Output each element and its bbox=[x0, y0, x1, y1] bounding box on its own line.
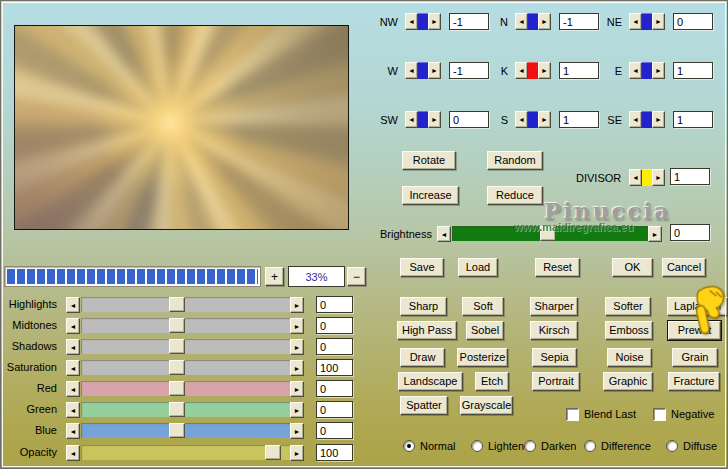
brightness-thumb[interactable] bbox=[540, 226, 556, 241]
spin-left-button[interactable]: ◄ bbox=[629, 111, 642, 128]
spin-bar[interactable] bbox=[528, 62, 538, 79]
filter-spatter-button[interactable]: Spatter bbox=[400, 396, 448, 415]
slider-value-input[interactable]: 0 bbox=[316, 296, 353, 313]
filter-noise-button[interactable]: Noise bbox=[607, 348, 652, 367]
spin-bar[interactable] bbox=[418, 62, 428, 79]
negative-checkbox[interactable] bbox=[653, 408, 666, 421]
brightness-track[interactable] bbox=[452, 226, 648, 241]
slider-right-arrow[interactable]: ► bbox=[290, 381, 304, 397]
rotate-button[interactable]: Rotate bbox=[402, 151, 456, 170]
radio-icon[interactable] bbox=[403, 440, 415, 452]
slider-right-arrow[interactable]: ► bbox=[290, 423, 304, 439]
brightness-right-arrow[interactable]: ► bbox=[648, 226, 662, 242]
slider-right-arrow[interactable]: ► bbox=[290, 360, 304, 376]
filter-grayscale-button[interactable]: Grayscale bbox=[460, 396, 513, 415]
slider-left-arrow[interactable]: ◄ bbox=[66, 339, 80, 355]
slider-right-arrow[interactable]: ► bbox=[290, 445, 304, 461]
slider-value-input[interactable]: 100 bbox=[316, 444, 353, 461]
mode-difference[interactable]: Difference bbox=[584, 439, 651, 453]
slider-thumb[interactable] bbox=[265, 445, 281, 460]
slider-left-arrow[interactable]: ◄ bbox=[66, 381, 80, 397]
slider-value-input[interactable]: 100 bbox=[316, 359, 353, 376]
brightness-value-input[interactable]: 0 bbox=[670, 224, 710, 241]
spin-bar[interactable] bbox=[418, 111, 428, 128]
slider-right-arrow[interactable]: ► bbox=[290, 402, 304, 418]
filter-sharp-button[interactable]: Sharp bbox=[400, 297, 447, 316]
slider-thumb[interactable] bbox=[169, 339, 185, 354]
slider-left-arrow[interactable]: ◄ bbox=[66, 318, 80, 334]
slider-left-arrow[interactable]: ◄ bbox=[66, 360, 80, 376]
slider-value-input[interactable]: 0 bbox=[316, 422, 353, 439]
brightness-left-arrow[interactable]: ◄ bbox=[437, 226, 451, 242]
spin-left-button[interactable]: ◄ bbox=[405, 111, 418, 128]
mode-diffuse[interactable]: Diffuse bbox=[666, 439, 717, 453]
slider-track[interactable] bbox=[81, 318, 290, 333]
divisor-value-input[interactable]: 1 bbox=[670, 168, 710, 185]
filter-graphic-button[interactable]: Graphic bbox=[603, 372, 653, 391]
kernel-value-input-se[interactable]: 1 bbox=[673, 111, 713, 128]
slider-track[interactable] bbox=[81, 445, 290, 460]
spin-bar[interactable] bbox=[642, 62, 652, 79]
filter-high-pass-button[interactable]: High Pass bbox=[397, 321, 457, 340]
spin-right-button[interactable]: ► bbox=[538, 62, 551, 79]
cancel-button[interactable]: Cancel bbox=[662, 258, 706, 277]
spin-right-button[interactable]: ► bbox=[538, 13, 551, 30]
spin-bar[interactable] bbox=[418, 13, 428, 30]
filter-softer-button[interactable]: Softer bbox=[605, 297, 651, 316]
slider-left-arrow[interactable]: ◄ bbox=[66, 297, 80, 313]
filter-portrait-button[interactable]: Portrait bbox=[532, 372, 580, 391]
slider-track[interactable] bbox=[81, 402, 290, 417]
slider-track[interactable] bbox=[81, 360, 290, 375]
spin-left-button[interactable]: ◄ bbox=[629, 169, 642, 186]
zoom-in-button[interactable]: + bbox=[265, 267, 284, 286]
slider-thumb[interactable] bbox=[169, 381, 185, 396]
radio-icon[interactable] bbox=[524, 440, 536, 452]
slider-left-arrow[interactable]: ◄ bbox=[66, 423, 80, 439]
blend-last-checkbox[interactable] bbox=[566, 408, 579, 421]
spin-right-button[interactable]: ► bbox=[652, 13, 665, 30]
filter-laplacian-button[interactable]: Laplacian bbox=[667, 297, 728, 316]
slider-right-arrow[interactable]: ► bbox=[290, 318, 304, 334]
filter-posterize-button[interactable]: Posterize bbox=[457, 348, 508, 367]
slider-track[interactable] bbox=[81, 297, 290, 312]
spin-left-button[interactable]: ◄ bbox=[515, 111, 528, 128]
slider-right-arrow[interactable]: ► bbox=[290, 297, 304, 313]
filter-kirsch-button[interactable]: Kirsch bbox=[530, 321, 578, 340]
filter-soft-button[interactable]: Soft bbox=[462, 297, 504, 316]
zoom-out-button[interactable]: − bbox=[347, 267, 366, 286]
ok-button[interactable]: OK bbox=[612, 258, 653, 277]
reduce-button[interactable]: Reduce bbox=[487, 186, 543, 205]
spin-right-button[interactable]: ► bbox=[538, 111, 551, 128]
radio-icon[interactable] bbox=[471, 440, 483, 452]
spin-right-button[interactable]: ► bbox=[652, 62, 665, 79]
filter-sepia-button[interactable]: Sepia bbox=[532, 348, 577, 367]
filter-sharper-button[interactable]: Sharper bbox=[530, 297, 578, 316]
slider-thumb[interactable] bbox=[169, 423, 185, 438]
increase-button[interactable]: Increase bbox=[402, 186, 459, 205]
spin-bar[interactable] bbox=[642, 169, 652, 186]
slider-value-input[interactable]: 0 bbox=[316, 317, 353, 334]
spin-right-button[interactable]: ► bbox=[428, 13, 441, 30]
spin-right-button[interactable]: ► bbox=[652, 111, 665, 128]
slider-left-arrow[interactable]: ◄ bbox=[66, 445, 80, 461]
filter-fracture-button[interactable]: Fracture bbox=[668, 372, 720, 391]
spin-left-button[interactable]: ◄ bbox=[629, 62, 642, 79]
negative-option[interactable]: Negative bbox=[653, 407, 714, 421]
spin-right-button[interactable]: ► bbox=[428, 111, 441, 128]
spin-left-button[interactable]: ◄ bbox=[405, 13, 418, 30]
save-button[interactable]: Save bbox=[400, 258, 444, 277]
slider-left-arrow[interactable]: ◄ bbox=[66, 402, 80, 418]
mode-lighten[interactable]: Lighten bbox=[471, 439, 524, 453]
spin-bar[interactable] bbox=[642, 13, 652, 30]
spin-left-button[interactable]: ◄ bbox=[405, 62, 418, 79]
spin-bar[interactable] bbox=[642, 111, 652, 128]
slider-value-input[interactable]: 0 bbox=[316, 380, 353, 397]
spin-left-button[interactable]: ◄ bbox=[629, 13, 642, 30]
filter-landscape-button[interactable]: Landscape bbox=[398, 372, 463, 391]
kernel-value-input-e[interactable]: 1 bbox=[673, 62, 713, 79]
spin-left-button[interactable]: ◄ bbox=[515, 13, 528, 30]
filter-grain-button[interactable]: Grain bbox=[672, 348, 718, 367]
reset-button[interactable]: Reset bbox=[535, 258, 580, 277]
slider-track[interactable] bbox=[81, 423, 290, 438]
slider-right-arrow[interactable]: ► bbox=[290, 339, 304, 355]
